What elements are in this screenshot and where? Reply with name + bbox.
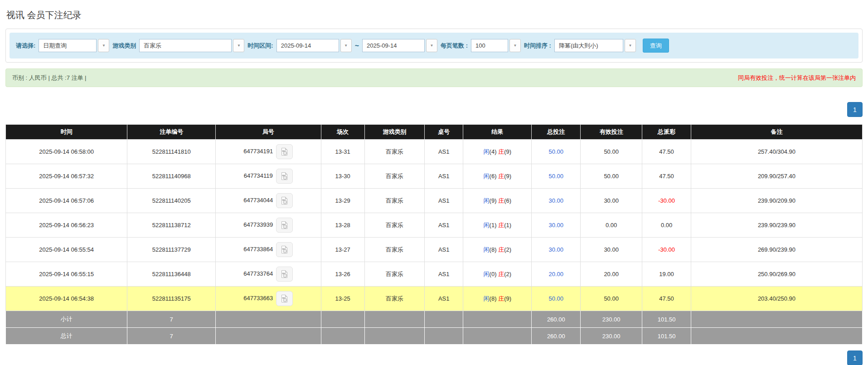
pagination-top: 1: [5, 102, 863, 117]
date-from-select[interactable]: 2025-09-14 ▼: [276, 39, 352, 52]
page-size-select[interactable]: 100 ▼: [471, 39, 521, 52]
cell-payout: -30.00: [642, 238, 691, 262]
table-row: 2025-09-14 06:57:32 522811140968 6477341…: [6, 164, 863, 189]
cell-payout: 47.50: [642, 287, 691, 311]
video-replay-button[interactable]: [276, 193, 293, 208]
total-count: 7: [127, 328, 216, 345]
time-sort-value[interactable]: 降冪(由大到小): [554, 39, 623, 52]
cell-valid-bet: 30.00: [581, 238, 642, 262]
cell-remark: 257.40/304.90: [691, 140, 862, 164]
query-type-value[interactable]: 日期查询: [39, 39, 97, 52]
video-record-icon: [280, 245, 289, 254]
cell-time: 2025-09-14 06:57:32: [6, 164, 127, 189]
table-row: 2025-09-14 06:54:38 522811135175 6477336…: [6, 287, 863, 311]
cell-table-no: AS1: [425, 262, 463, 287]
video-replay-button[interactable]: [276, 242, 293, 257]
chevron-down-icon[interactable]: ▼: [98, 39, 109, 52]
cell-game-type: 百家乐: [364, 287, 424, 311]
time-sort-select[interactable]: 降冪(由大到小) ▼: [554, 39, 636, 52]
page-root: 视讯 会员下注纪录 请选择: 日期查询 ▼ 游戏类别 百家乐 ▼ 时间区间: 2…: [0, 0, 868, 365]
total-bet-link[interactable]: 50.00: [548, 295, 563, 302]
cell-bet-id: 522811135175: [127, 287, 216, 311]
bet-records-table: 时间 注单编号 局号 场次 游戏类别 桌号 结果 总投注 有效投注 总派彩 备注…: [5, 124, 863, 345]
video-replay-button[interactable]: [276, 267, 293, 282]
table-header-row: 时间 注单编号 局号 场次 游戏类别 桌号 结果 总投注 有效投注 总派彩 备注: [6, 125, 863, 140]
cell-total-bet: 30.00: [532, 213, 581, 238]
total-bet-link[interactable]: 30.00: [548, 222, 563, 229]
result-player-label: 闲: [484, 271, 490, 277]
result-banker-label: 庄: [498, 246, 504, 253]
date-to-value[interactable]: 2025-09-14: [362, 39, 425, 52]
result-player-score: (1): [490, 222, 497, 229]
result-banker-score: (9): [504, 295, 511, 302]
chevron-down-icon[interactable]: ▼: [233, 39, 244, 52]
video-record-icon: [280, 294, 289, 303]
chevron-down-icon[interactable]: ▼: [625, 39, 636, 52]
round-id-value: 647733864: [243, 246, 273, 253]
total-bet-link[interactable]: 50.00: [548, 148, 563, 155]
cell-time: 2025-09-14 06:56:23: [6, 213, 127, 238]
cell-total-bet: 30.00: [532, 189, 581, 213]
pagination-page-1[interactable]: 1: [847, 102, 863, 117]
result-player-label: 闲: [484, 173, 490, 180]
total-bet-link[interactable]: 30.00: [548, 246, 563, 253]
cell-table-no: AS1: [425, 213, 463, 238]
page-size-label: 每页笔数 :: [441, 42, 468, 50]
video-record-icon: [280, 270, 289, 278]
cell-session: 13-28: [321, 213, 364, 238]
cell-session: 13-31: [321, 140, 364, 164]
cell-remark: 203.40/250.90: [691, 287, 862, 311]
chevron-down-icon[interactable]: ▼: [509, 39, 521, 52]
cell-round-id: 647734044: [216, 189, 321, 213]
col-header-table-no: 桌号: [425, 125, 463, 140]
game-type-value[interactable]: 百家乐: [139, 39, 232, 52]
cell-game-type: 百家乐: [364, 164, 424, 189]
pagination-bottom: 1: [5, 350, 863, 365]
date-range-label: 时间区间:: [247, 42, 273, 50]
cell-remark: 239.90/239.90: [691, 213, 862, 238]
col-header-bet-id: 注单编号: [127, 125, 216, 140]
cell-payout: 0.00: [642, 213, 691, 238]
chevron-down-icon[interactable]: ▼: [426, 39, 437, 52]
cell-payout: 47.50: [642, 140, 691, 164]
col-header-valid-bet: 有效投注: [581, 125, 642, 140]
pagination-page-1[interactable]: 1: [847, 350, 863, 365]
total-bet-link[interactable]: 50.00: [548, 173, 563, 180]
page-size-value[interactable]: 100: [471, 39, 508, 52]
video-record-icon: [280, 172, 289, 180]
video-replay-button[interactable]: [276, 169, 293, 184]
total-bet-link[interactable]: 30.00: [548, 197, 563, 204]
date-to-select[interactable]: 2025-09-14 ▼: [362, 39, 437, 52]
cell-round-id: 647734191: [216, 140, 321, 164]
game-type-select[interactable]: 百家乐 ▼: [139, 39, 244, 52]
query-button[interactable]: 查询: [643, 39, 669, 53]
cell-result: 闲(1) 庄(1): [463, 213, 532, 238]
select-type-label: 请选择:: [16, 42, 35, 50]
cell-game-type: 百家乐: [364, 189, 424, 213]
col-header-payout: 总派彩: [642, 125, 691, 140]
page-title: 视讯 会员下注纪录: [6, 9, 863, 21]
video-record-icon: [280, 221, 289, 229]
round-id-value: 647733764: [243, 270, 273, 277]
total-bet-link[interactable]: 20.00: [548, 271, 563, 277]
date-from-value[interactable]: 2025-09-14: [276, 39, 339, 52]
subtotal-count: 7: [127, 311, 216, 328]
summary-notice: 同局有效投注，统一计算在该局第一张注单内: [738, 74, 856, 82]
result-player-score: (4): [490, 148, 497, 155]
col-header-total-bet: 总投注: [532, 125, 581, 140]
query-type-select[interactable]: 日期查询 ▼: [39, 39, 109, 52]
video-replay-button[interactable]: [276, 291, 293, 306]
col-header-game-type: 游戏类别: [364, 125, 424, 140]
cell-payout: -30.00: [642, 189, 691, 213]
video-record-icon: [280, 147, 289, 156]
cell-game-type: 百家乐: [364, 140, 424, 164]
video-replay-button[interactable]: [276, 218, 293, 233]
cell-remark: 209.90/257.40: [691, 164, 862, 189]
video-replay-button[interactable]: [276, 144, 293, 159]
col-header-remark: 备注: [691, 125, 862, 140]
result-player-score: (8): [490, 295, 497, 302]
result-player-label: 闲: [484, 222, 490, 229]
result-banker-label: 庄: [498, 197, 504, 204]
cell-valid-bet: 20.00: [581, 262, 642, 287]
chevron-down-icon[interactable]: ▼: [340, 39, 352, 52]
